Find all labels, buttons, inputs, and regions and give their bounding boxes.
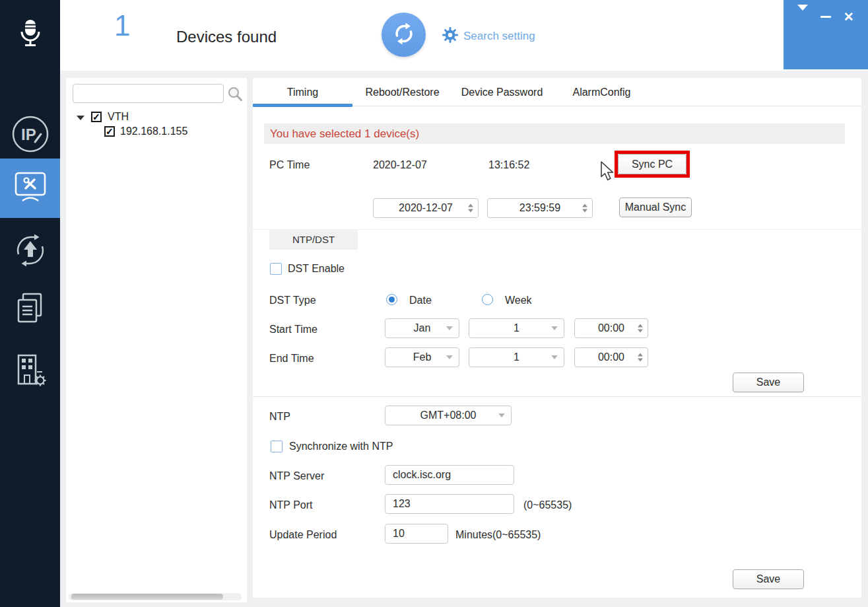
dst-enable-checkbox[interactable] <box>270 263 282 275</box>
tab-reboot-restore[interactable]: Reboot/Restore <box>352 78 452 106</box>
sync-pc-highlight: Sync PC <box>615 151 690 178</box>
sync-with-ntp-label: Synchronize with NTP <box>289 437 393 456</box>
update-period-input[interactable] <box>385 524 448 544</box>
sidebar-item-device-info[interactable] <box>0 281 60 340</box>
dst-type-date-radio[interactable] <box>386 294 397 305</box>
start-clock-spinner[interactable]: 00:00 <box>574 318 648 338</box>
ip-modify-icon: IP <box>11 115 50 156</box>
ntp-save-button[interactable]: Save <box>733 569 804 589</box>
manual-date-value: 2020-12-07 <box>399 202 453 213</box>
manual-date-spinner[interactable]: 2020-12-07 <box>373 198 479 218</box>
start-month-value: Jan <box>414 322 431 334</box>
start-month-select[interactable]: Jan <box>385 318 459 338</box>
close-icon[interactable]: ✕ <box>844 11 854 23</box>
manual-clock-spinner[interactable]: 23:59:59 <box>487 198 593 218</box>
device-config-icon <box>13 170 48 206</box>
end-time-label: End Time <box>269 349 314 369</box>
tree-group-checkbox[interactable] <box>91 112 102 122</box>
spinner-arrows-icon[interactable] <box>638 324 643 333</box>
tab-alarm-config[interactable]: AlarmConfig <box>552 78 651 106</box>
end-month-value: Feb <box>413 351 432 363</box>
main-panel: Timing Reboot/Restore Device Password Al… <box>253 78 861 598</box>
minimize-icon[interactable] <box>820 16 831 18</box>
dst-type-week-label[interactable]: Week <box>505 291 532 310</box>
refresh-sync-icon <box>391 20 417 49</box>
tree-device-checkbox[interactable] <box>104 126 115 137</box>
chevron-down-icon <box>446 355 453 359</box>
ntp-server-input[interactable] <box>385 465 514 485</box>
chevron-down-icon <box>551 326 558 330</box>
selection-banner: You have selected 1 device(s) <box>264 124 845 144</box>
manual-clock-value: 23:59:59 <box>519 202 560 213</box>
sidebar-item-upgrade[interactable] <box>0 222 60 281</box>
end-day-value: 1 <box>514 351 519 363</box>
start-day-select[interactable]: 1 <box>469 318 564 338</box>
start-time-label: Start Time <box>269 320 317 339</box>
tree-group-label[interactable]: VTH <box>108 111 129 123</box>
horizontal-divider <box>253 396 861 397</box>
scrollbar-thumb[interactable] <box>71 594 223 600</box>
page-title: Devices found <box>176 28 277 46</box>
svg-text:IP: IP <box>21 125 36 143</box>
end-clock-value: 00:00 <box>598 351 624 363</box>
horizontal-scrollbar[interactable] <box>69 593 242 600</box>
dst-type-week-radio[interactable] <box>482 294 493 305</box>
manual-sync-button[interactable]: Manual Sync <box>619 197 692 217</box>
chevron-down-icon <box>551 355 558 359</box>
magnifier-icon[interactable] <box>227 86 243 104</box>
upgrade-icon <box>13 232 48 271</box>
tab-bar: Timing Reboot/Restore Device Password Al… <box>253 78 861 106</box>
sidebar: IP <box>0 0 60 607</box>
end-day-select[interactable]: 1 <box>469 347 564 367</box>
microphone-logo-icon <box>18 18 42 52</box>
tab-device-password[interactable]: Device Password <box>452 78 552 106</box>
skin-icon[interactable] <box>797 11 808 22</box>
ntp-port-input[interactable] <box>385 494 514 514</box>
end-clock-spinner[interactable]: 00:00 <box>574 347 648 367</box>
ntp-label: NTP <box>269 407 290 427</box>
tree-device-label[interactable]: 192.168.1.155 <box>120 125 187 137</box>
device-tree-panel: VTH 192.168.1.155 <box>66 78 247 602</box>
tree-expander-icon[interactable] <box>77 116 84 120</box>
dst-type-label: DST Type <box>269 291 316 310</box>
device-count: 1 <box>114 9 130 42</box>
ntp-dst-subtab[interactable]: NTP/DST <box>269 229 358 250</box>
chevron-down-icon <box>498 413 505 417</box>
ntp-port-label: NTP Port <box>269 495 313 515</box>
ntp-server-label: NTP Server <box>269 466 324 486</box>
dst-type-date-label[interactable]: Date <box>409 291 432 310</box>
sync-pc-button[interactable]: Sync PC <box>618 154 686 174</box>
end-month-select[interactable]: Feb <box>385 347 459 367</box>
building-config-icon <box>13 352 48 392</box>
gear-icon[interactable] <box>442 26 459 46</box>
pc-clock-value: 13:16:52 <box>488 155 529 175</box>
search-setting-link[interactable]: Search setting <box>463 30 535 43</box>
update-period-label: Update Period <box>269 525 337 545</box>
header: 1 Devices found <box>60 0 868 71</box>
device-search-input[interactable] <box>73 84 224 103</box>
spinner-arrows-icon[interactable] <box>582 204 587 213</box>
pc-date-value: 2020-12-07 <box>373 155 427 175</box>
sync-with-ntp-checkbox[interactable] <box>271 441 283 452</box>
start-day-value: 1 <box>514 322 519 334</box>
refresh-search-button[interactable] <box>382 13 426 57</box>
ntp-timezone-value: GMT+08:00 <box>420 410 477 421</box>
spinner-arrows-icon[interactable] <box>468 204 473 213</box>
update-period-unit: Minutes(0~65535) <box>455 525 541 545</box>
dst-enable-label: DST Enable <box>288 259 345 279</box>
dst-save-button[interactable]: Save <box>733 373 804 392</box>
sidebar-item-device-config[interactable] <box>0 159 60 218</box>
pc-time-label: PC Time <box>269 155 310 175</box>
ntp-port-range: (0~65535) <box>523 495 572 515</box>
chevron-down-icon <box>446 326 453 330</box>
window-controls: ✕ <box>784 0 868 69</box>
mouse-cursor <box>599 161 615 184</box>
device-documents-icon <box>14 291 47 330</box>
spinner-arrows-icon[interactable] <box>638 353 643 362</box>
start-clock-value: 00:00 <box>598 322 624 334</box>
sidebar-item-building-config[interactable] <box>0 342 60 402</box>
ntp-timezone-select[interactable]: GMT+08:00 <box>385 406 512 425</box>
sidebar-item-app-logo <box>0 5 60 65</box>
tab-timing[interactable]: Timing <box>253 78 352 106</box>
sidebar-item-modify-ip[interactable]: IP <box>0 106 60 165</box>
